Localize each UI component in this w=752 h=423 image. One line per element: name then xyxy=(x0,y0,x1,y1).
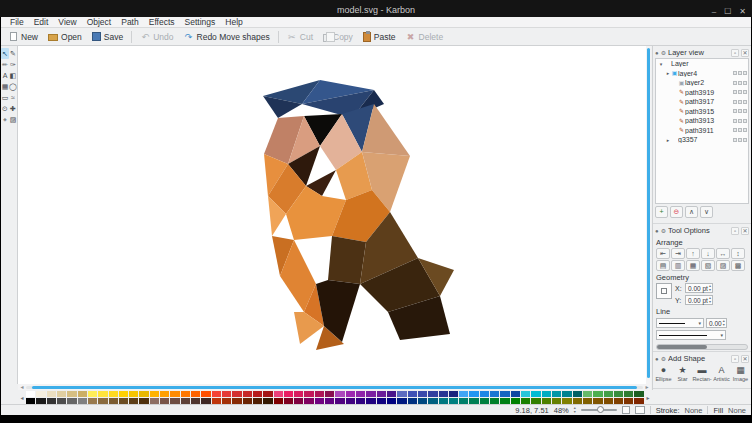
menu-effects[interactable]: Effects xyxy=(144,17,180,27)
select-icon[interactable] xyxy=(743,138,747,142)
color-swatch[interactable] xyxy=(480,391,489,397)
color-swatch[interactable] xyxy=(253,398,262,404)
color-swatch[interactable] xyxy=(170,391,179,397)
zoom-slider[interactable] xyxy=(581,406,617,414)
color-swatch[interactable] xyxy=(346,391,355,397)
color-swatch[interactable] xyxy=(552,391,561,397)
gradient-tool[interactable]: ◧ xyxy=(9,70,17,81)
lock-icon[interactable] xyxy=(738,138,742,142)
docker-float-icon[interactable]: ▫ xyxy=(731,355,739,363)
spinner-arrows[interactable]: ▴▾ xyxy=(709,296,711,304)
color-swatch[interactable] xyxy=(304,398,313,404)
color-swatch[interactable] xyxy=(459,391,468,397)
lock-icon[interactable] xyxy=(738,81,742,85)
layer-row-path3917[interactable]: ✎path3917 xyxy=(656,97,748,107)
color-swatch[interactable] xyxy=(201,398,210,404)
color-swatch[interactable] xyxy=(583,391,592,397)
text-tool[interactable]: A xyxy=(1,70,9,81)
visibility-icon[interactable] xyxy=(733,81,737,85)
color-swatch[interactable] xyxy=(387,398,396,404)
color-swatch[interactable] xyxy=(542,391,551,397)
color-swatch[interactable] xyxy=(366,391,375,397)
zoom-tool[interactable]: ⊙ xyxy=(1,103,9,114)
docker-config-icon[interactable]: ⚙ xyxy=(661,49,666,56)
color-swatch[interactable] xyxy=(160,398,169,404)
measure-tool[interactable]: ⌖ xyxy=(1,114,9,125)
visibility-icon[interactable] xyxy=(733,90,737,94)
open-button[interactable]: Open xyxy=(43,30,87,44)
color-swatch[interactable] xyxy=(201,391,210,397)
ellipse-tool[interactable]: ◯ xyxy=(9,81,17,92)
paste-button[interactable]: Paste xyxy=(358,30,401,44)
color-swatch[interactable] xyxy=(377,391,386,397)
tree-arrow-icon[interactable]: ▸ xyxy=(665,137,671,143)
color-swatch[interactable] xyxy=(469,391,478,397)
color-swatch[interactable] xyxy=(315,398,324,404)
zoom-spinner[interactable]: ▴▾ xyxy=(574,406,576,414)
align-button-5[interactable]: ↕ xyxy=(731,248,745,259)
distribute-button-0[interactable]: ▤ xyxy=(656,260,670,271)
color-swatch[interactable] xyxy=(191,391,200,397)
artwork-polygon[interactable] xyxy=(328,236,366,284)
color-swatch[interactable] xyxy=(366,398,375,404)
color-swatch[interactable] xyxy=(449,391,458,397)
menu-object[interactable]: Object xyxy=(82,17,117,27)
layer-row-layer4[interactable]: ▸▣layer4 xyxy=(656,69,748,79)
distribute-button-2[interactable]: ▦ xyxy=(686,260,700,271)
color-swatch[interactable] xyxy=(593,398,602,404)
shape-edit-tool[interactable]: ✎ xyxy=(9,48,17,59)
color-swatch[interactable] xyxy=(449,398,458,404)
color-swatch[interactable] xyxy=(139,391,148,397)
color-swatch[interactable] xyxy=(521,391,530,397)
docker-config-icon[interactable]: ⚙ xyxy=(661,355,666,362)
zoom-width-icon[interactable] xyxy=(635,406,645,414)
color-swatch[interactable] xyxy=(356,391,365,397)
color-swatch[interactable] xyxy=(356,398,365,404)
color-swatch[interactable] xyxy=(511,391,520,397)
add-shape-artistic-text[interactable]: AArtistic xyxy=(713,365,730,382)
color-swatch[interactable] xyxy=(212,391,221,397)
color-swatch[interactable] xyxy=(150,391,159,397)
color-swatch[interactable] xyxy=(232,398,241,404)
visibility-icon[interactable] xyxy=(733,138,737,142)
color-swatch[interactable] xyxy=(583,398,592,404)
color-swatch[interactable] xyxy=(562,398,571,404)
add-layer-button[interactable]: + xyxy=(655,206,668,218)
lock-icon[interactable] xyxy=(738,90,742,94)
visibility-icon[interactable] xyxy=(733,128,737,132)
color-swatch[interactable] xyxy=(439,398,448,404)
color-swatch[interactable] xyxy=(408,398,417,404)
pattern-tool[interactable]: ▦ xyxy=(1,81,9,92)
color-swatch[interactable] xyxy=(387,391,396,397)
color-swatch[interactable] xyxy=(129,398,138,404)
color-swatch[interactable] xyxy=(490,398,499,404)
docker-close-icon[interactable]: ✕ xyxy=(741,227,749,235)
tree-arrow-icon[interactable]: ▾ xyxy=(658,61,664,67)
titlebar[interactable]: model.svg - Karbon – ☐ ✕ xyxy=(0,0,752,17)
docker-header[interactable]: ● ⚙ Layer view ▫ ✕ xyxy=(655,47,749,58)
color-swatch[interactable] xyxy=(480,398,489,404)
vertical-scrollbar-thumb[interactable] xyxy=(647,48,650,378)
redo-button[interactable]: Redo Move shapes xyxy=(179,30,275,44)
color-swatch[interactable] xyxy=(263,391,272,397)
color-swatch[interactable] xyxy=(109,398,118,404)
color-swatch[interactable] xyxy=(490,391,499,397)
color-swatch[interactable] xyxy=(26,391,35,397)
pencil-tool[interactable]: ✏ xyxy=(1,59,9,70)
color-swatch[interactable] xyxy=(521,398,530,404)
line-width-spinner[interactable]: 0.00 ▴▾ xyxy=(706,318,727,328)
maximize-icon[interactable]: ☐ xyxy=(724,7,731,16)
zoom-level[interactable]: 48% xyxy=(554,406,569,415)
layer-row-path3913[interactable]: ✎path3913 xyxy=(656,116,748,126)
geometry-spinner[interactable]: 0.00 pt▴▾ xyxy=(685,295,713,305)
color-swatch[interactable] xyxy=(109,391,118,397)
color-swatch[interactable] xyxy=(315,391,324,397)
color-swatch[interactable] xyxy=(604,391,613,397)
stroke-value[interactable]: None xyxy=(685,406,703,415)
color-swatch[interactable] xyxy=(624,398,633,404)
color-swatch[interactable] xyxy=(67,391,76,397)
color-swatch[interactable] xyxy=(335,391,344,397)
color-swatch[interactable] xyxy=(294,391,303,397)
visibility-icon[interactable] xyxy=(733,109,737,113)
add-shape-star[interactable]: ★Star xyxy=(674,365,691,382)
